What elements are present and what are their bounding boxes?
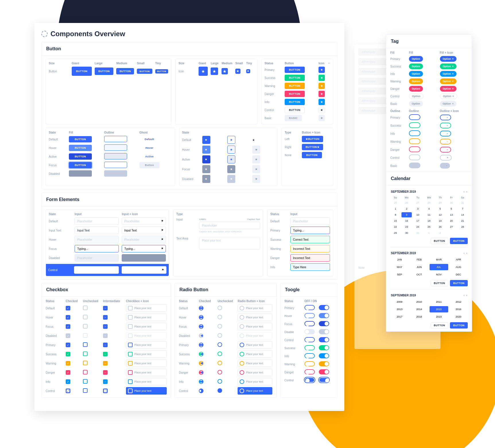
calendar-day[interactable]: 27: [413, 200, 423, 205]
calendar-year[interactable]: 2012: [449, 299, 468, 305]
calendar-month[interactable]: AUG: [449, 264, 468, 270]
status-input-info[interactable]: [290, 263, 330, 271]
calendar-year[interactable]: 2020: [449, 314, 468, 320]
radio-checked[interactable]: [199, 389, 203, 393]
input-focus[interactable]: [75, 245, 119, 252]
input-text[interactable]: [75, 227, 119, 234]
calendar-ok-button[interactable]: BUTTON: [450, 238, 468, 244]
tag-outline-warning[interactable]: [409, 138, 420, 144]
checkbox-unchecked[interactable]: [83, 342, 88, 347]
tag-warning-icon[interactable]: Option ×: [440, 78, 457, 84]
calendar-day[interactable]: 30: [401, 230, 412, 235]
calendar-day[interactable]: 9: [401, 212, 412, 217]
toggle-off[interactable]: [304, 353, 315, 358]
toggle-on[interactable]: [319, 377, 329, 383]
checkbox-unchecked[interactable]: [83, 370, 88, 374]
checkbox-intermediate[interactable]: −: [103, 361, 108, 366]
radio-with-label[interactable]: Place your text: [238, 369, 272, 376]
calendar-month[interactable]: JAN: [390, 256, 409, 263]
checkbox-with-label[interactable]: Place your text: [126, 314, 167, 321]
checkbox-with-label[interactable]: Place your text: [126, 304, 167, 312]
calendar-month[interactable]: JUL: [430, 264, 448, 270]
icon-ghost-hover[interactable]: ★: [252, 146, 260, 154]
icon-button-danger[interactable]: ★: [319, 91, 325, 97]
calendar-day[interactable]: 5: [435, 206, 445, 211]
radio-checked[interactable]: [199, 324, 203, 329]
calendar-day[interactable]: 29: [435, 200, 445, 205]
calendar-ok-button[interactable]: BUTTON: [450, 322, 468, 329]
checkbox-unchecked[interactable]: [83, 388, 88, 393]
icon-button-basic[interactable]: ★: [319, 115, 325, 121]
checkbox-checked[interactable]: ✓: [66, 324, 70, 329]
toggle-on[interactable]: [319, 361, 329, 366]
calendar-year[interactable]: 2014: [410, 306, 429, 312]
calendar-year[interactable]: 2009: [390, 299, 409, 305]
chevron-left-icon[interactable]: ‹: [463, 190, 464, 193]
button-fill-hover[interactable]: BUTTON: [69, 145, 92, 151]
button-outline-default[interactable]: [104, 136, 127, 142]
checkbox-with-label[interactable]: Place your text: [126, 369, 167, 376]
radio-with-label[interactable]: Place your text: [238, 350, 272, 358]
chevron-right-icon[interactable]: ›: [466, 252, 467, 255]
calendar-day[interactable]: 20: [446, 218, 457, 223]
calendar-day[interactable]: 30: [446, 200, 457, 205]
icon-outline-default[interactable]: ★: [227, 136, 235, 144]
checkbox-with-label[interactable]: Place your text: [126, 360, 167, 367]
tag-basic-icon[interactable]: Option ×: [440, 101, 457, 107]
toggle-off[interactable]: [304, 329, 315, 334]
icon-fill-active[interactable]: ★: [202, 155, 210, 163]
calendar-day[interactable]: 12: [435, 212, 445, 217]
button-fill-focus[interactable]: BUTTON: [69, 162, 92, 168]
chevron-up-icon[interactable]: ⌃: [328, 62, 330, 65]
radio-checked[interactable]: [199, 361, 203, 366]
button-success[interactable]: BUTTON: [285, 75, 305, 81]
calendar-month[interactable]: NOV: [430, 271, 448, 278]
input-default[interactable]: [75, 217, 119, 225]
type-input[interactable]: [199, 222, 260, 229]
calendar-day[interactable]: 15: [390, 218, 401, 223]
calendar-day[interactable]: 25: [390, 200, 401, 205]
toggle-off[interactable]: [304, 361, 315, 366]
calendar-month[interactable]: MAR: [430, 256, 448, 263]
button-warning[interactable]: BUTTON: [285, 83, 305, 89]
calendar-year[interactable]: 2013: [390, 306, 409, 312]
checkbox-checked[interactable]: ✓: [66, 306, 70, 310]
icon-button-giant[interactable]: ★: [199, 67, 208, 76]
input-icon-focus[interactable]: [122, 245, 166, 252]
toggle-off[interactable]: [304, 305, 315, 310]
icon-button-primary[interactable]: ★: [319, 67, 325, 73]
checkbox-checked[interactable]: ✓: [66, 315, 70, 320]
tag-outline-success-icon[interactable]: ›: [440, 123, 451, 128]
calendar-day[interactable]: 19: [435, 218, 445, 223]
radio-unchecked[interactable]: [218, 388, 222, 393]
checkbox-with-label[interactable]: Place your text: [126, 350, 167, 358]
tag-outline-info-icon[interactable]: ›: [440, 131, 451, 136]
tag-outline-primary-icon[interactable]: ›: [440, 115, 451, 120]
calendar-ok-button[interactable]: BUTTON: [450, 280, 468, 286]
checkbox-with-label[interactable]: Place your text: [126, 387, 167, 395]
button-info[interactable]: BUTTON: [285, 99, 305, 105]
icon-button-small[interactable]: ★: [235, 69, 240, 74]
icon-button-large[interactable]: ★: [211, 67, 218, 75]
checkbox-unchecked[interactable]: [83, 315, 88, 319]
icon-outline-focus[interactable]: ★: [227, 165, 235, 173]
calendar-day[interactable]: 2: [401, 206, 412, 211]
icon-outline-hover[interactable]: ★: [227, 146, 235, 154]
icon-fill-hover[interactable]: ★: [202, 146, 210, 154]
checkbox-checked[interactable]: ✓: [66, 370, 70, 375]
icon-button-medium[interactable]: ★: [222, 68, 228, 74]
toggle-on[interactable]: [319, 345, 329, 350]
status-input-primary[interactable]: [290, 227, 330, 234]
checkbox-unchecked[interactable]: [83, 352, 88, 356]
calendar-day[interactable]: 11: [424, 212, 434, 217]
calendar-month-label[interactable]: SEPTEMBER 2019: [391, 252, 416, 255]
input-icon-text[interactable]: [122, 227, 166, 234]
radio-unchecked[interactable]: [218, 379, 222, 384]
checkbox-unchecked[interactable]: [83, 379, 88, 384]
calendar-day[interactable]: 28: [424, 200, 434, 205]
calendar-year[interactable]: 2010: [410, 299, 429, 305]
calendar-day[interactable]: 25: [424, 224, 434, 229]
radio-unchecked[interactable]: [218, 306, 222, 310]
button-outline-hover[interactable]: [104, 144, 127, 151]
calendar-year[interactable]: 2017: [390, 314, 409, 320]
